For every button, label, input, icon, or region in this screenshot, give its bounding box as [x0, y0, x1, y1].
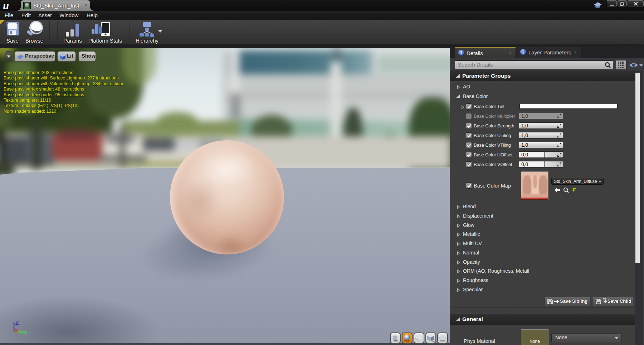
svg-text:X: X — [14, 327, 19, 334]
svg-text:Z: Z — [15, 320, 19, 326]
svg-text:Y: Y — [24, 330, 28, 336]
